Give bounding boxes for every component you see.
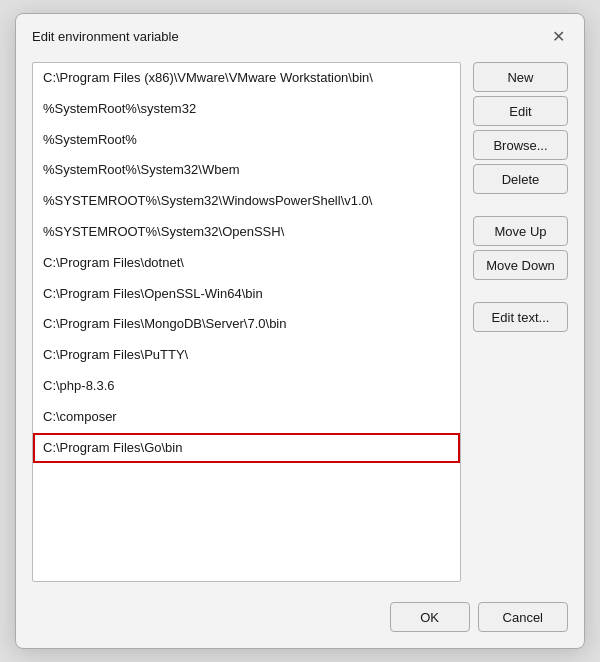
list-item[interactable]: %SYSTEMROOT%\System32\WindowsPowerShell\… bbox=[33, 186, 460, 217]
list-item[interactable]: C:\Program Files\PuTTY\ bbox=[33, 340, 460, 371]
list-item[interactable]: C:\Program Files (x86)\VMware\VMware Wor… bbox=[33, 63, 460, 94]
edit-button[interactable]: Edit bbox=[473, 96, 568, 126]
move-down-button[interactable]: Move Down bbox=[473, 250, 568, 280]
list-item[interactable]: %SystemRoot%\System32\Wbem bbox=[33, 155, 460, 186]
new-button[interactable]: New bbox=[473, 62, 568, 92]
list-item[interactable]: C:\Program Files\OpenSSL-Win64\bin bbox=[33, 279, 460, 310]
list-item[interactable]: %SystemRoot%\system32 bbox=[33, 94, 460, 125]
list-item[interactable]: %SystemRoot% bbox=[33, 125, 460, 156]
title-bar: Edit environment variable ✕ bbox=[16, 14, 584, 54]
buttons-panel: New Edit Browse... Delete Move Up Move D… bbox=[473, 62, 568, 582]
move-up-button[interactable]: Move Up bbox=[473, 216, 568, 246]
cancel-button[interactable]: Cancel bbox=[478, 602, 568, 632]
delete-button[interactable]: Delete bbox=[473, 164, 568, 194]
list-item[interactable]: C:\composer bbox=[33, 402, 460, 433]
dialog-title: Edit environment variable bbox=[32, 29, 179, 44]
browse-button[interactable]: Browse... bbox=[473, 130, 568, 160]
ok-button[interactable]: OK bbox=[390, 602, 470, 632]
close-button[interactable]: ✕ bbox=[548, 26, 568, 46]
list-item[interactable]: C:\Program Files\MongoDB\Server\7.0\bin bbox=[33, 309, 460, 340]
edit-env-dialog: Edit environment variable ✕ C:\Program F… bbox=[15, 13, 585, 649]
list-item[interactable]: %SYSTEMROOT%\System32\OpenSSH\ bbox=[33, 217, 460, 248]
spacer1 bbox=[473, 198, 568, 212]
edit-text-button[interactable]: Edit text... bbox=[473, 302, 568, 332]
dialog-footer: OK Cancel bbox=[16, 594, 584, 648]
path-list[interactable]: C:\Program Files (x86)\VMware\VMware Wor… bbox=[32, 62, 461, 582]
dialog-body: C:\Program Files (x86)\VMware\VMware Wor… bbox=[16, 54, 584, 594]
spacer2 bbox=[473, 284, 568, 298]
list-item[interactable]: C:\Program Files\dotnet\ bbox=[33, 248, 460, 279]
list-item[interactable]: C:\Program Files\Go\bin bbox=[33, 433, 460, 464]
list-item[interactable]: C:\php-8.3.6 bbox=[33, 371, 460, 402]
